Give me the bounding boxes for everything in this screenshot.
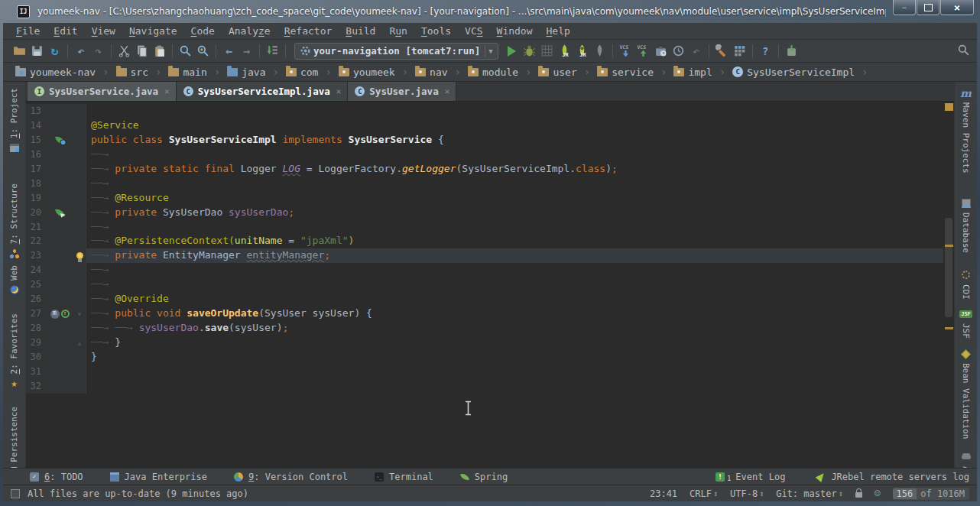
close-tab-icon[interactable]: ✕: [335, 86, 342, 96]
breadcrumb-item-main[interactable]: main: [167, 66, 208, 78]
tool-stripe-database[interactable]: Database: [961, 198, 972, 253]
warning-tick[interactable]: [945, 327, 953, 329]
code-line[interactable]: 21──→: [26, 220, 943, 235]
highlighting-level-button[interactable]: [875, 488, 881, 499]
editor[interactable]: ISysUserService.java✕CSysUserServiceImpl…: [26, 82, 954, 468]
help-icon[interactable]: ?: [757, 43, 774, 60]
replace-icon[interactable]: [194, 43, 212, 60]
code-line[interactable]: 20──→ private SysUserDao sysUserDao;: [26, 206, 943, 220]
jrebel-run-icon[interactable]: JR: [556, 43, 573, 60]
code-line[interactable]: 29──→ }: [26, 336, 943, 350]
menu-file[interactable]: File: [9, 23, 47, 39]
tool-stripe-jsf[interactable]: JSF: [961, 309, 972, 339]
line-number[interactable]: 15: [26, 133, 46, 148]
tool-stripe----favorites[interactable]: 2: Favorites: [9, 313, 20, 388]
tab-SysUser.java[interactable]: CSysUser.java✕: [348, 82, 456, 101]
line-number[interactable]: 21: [26, 220, 46, 235]
find-icon[interactable]: [177, 43, 194, 60]
toolwindow-toggle-icon[interactable]: [11, 489, 20, 498]
menu-view[interactable]: View: [85, 23, 122, 39]
menu-navigate[interactable]: Navigate: [122, 23, 184, 39]
editor-scrollbar[interactable]: [943, 102, 954, 468]
code-line[interactable]: 27──→ public void saveOrUpdate(SysUser s…: [26, 307, 943, 321]
code-line[interactable]: 31: [26, 365, 943, 379]
close-button[interactable]: [940, 0, 974, 15]
tool-stripe-persistence[interactable]: Persistence: [9, 407, 20, 468]
code-line[interactable]: 28──→ ──→ sysUserDao.save(sysUser);: [26, 321, 943, 336]
line-number[interactable]: 25: [26, 277, 46, 292]
code-line[interactable]: 25──→: [26, 277, 943, 292]
status-crlf[interactable]: CRLF↕: [690, 488, 718, 499]
sync-icon[interactable]: ↻: [46, 43, 63, 60]
toolwindow-button-terminal[interactable]: Terminal: [374, 472, 433, 482]
status-23-41[interactable]: 23:41: [650, 488, 677, 499]
status-git--master[interactable]: Git: master↕: [776, 488, 843, 499]
menu-help[interactable]: Help: [540, 23, 577, 39]
menu-analyze[interactable]: Analyze: [222, 23, 277, 39]
plugin-icon[interactable]: [783, 43, 800, 60]
line-number[interactable]: 26: [26, 292, 46, 307]
code-area[interactable]: 1314@Service15public class SysUserServic…: [26, 102, 954, 468]
back-icon[interactable]: ←: [220, 43, 238, 60]
close-tab-icon[interactable]: ✕: [443, 86, 450, 96]
paste-icon[interactable]: [151, 43, 168, 60]
tool-stripe-bean-validation[interactable]: Bean Validation: [961, 349, 972, 439]
search-everywhere-icon[interactable]: [955, 42, 972, 59]
fold-marker-icon[interactable]: [77, 307, 82, 322]
code-line[interactable]: 22──→ @PersistenceContext(unitName = "jp…: [26, 234, 943, 248]
menu-code[interactable]: Code: [184, 23, 222, 39]
toolwindow-button-jrebel-remote-servers-log[interactable]: JRebel remote servers log: [816, 472, 969, 482]
breadcrumb-item-SysUserServiceImpl[interactable]: CSysUserServiceImpl: [731, 66, 856, 78]
tool-stripe-ant[interactable]: Ant: [961, 452, 972, 468]
toolwindow-button----todo[interactable]: 6: TODO: [29, 472, 83, 482]
tab-SysUserServiceImpl.java[interactable]: CSysUserServiceImpl.java✕: [177, 82, 349, 101]
rollback-icon[interactable]: ↶: [687, 43, 705, 60]
menu-edit[interactable]: Edit: [47, 23, 84, 39]
redo-icon[interactable]: ↷: [89, 43, 107, 60]
toolwindow-button-spring[interactable]: Spring: [459, 472, 508, 482]
breadcrumb-item-impl[interactable]: impl: [672, 66, 713, 78]
toolwindow-button----version-control[interactable]: 9: Version Control: [233, 472, 348, 482]
line-number[interactable]: 18: [26, 177, 46, 191]
menu-vcs[interactable]: VCS: [458, 23, 489, 39]
line-number[interactable]: 22: [26, 234, 46, 248]
line-number[interactable]: 31: [26, 365, 46, 379]
project-structure-icon[interactable]: [731, 43, 748, 60]
debug-icon[interactable]: [521, 43, 538, 60]
code-line[interactable]: 26──→ @Override: [26, 292, 943, 307]
intention-lightbulb-icon[interactable]: [76, 252, 83, 259]
bean-method-icon[interactable]: [50, 310, 60, 319]
vcs-commit-icon[interactable]: VCS: [634, 43, 652, 60]
update-app-icon[interactable]: [264, 43, 281, 60]
maximize-button[interactable]: [917, 0, 939, 15]
menu-tools[interactable]: Tools: [414, 23, 458, 39]
code-line[interactable]: 23──→ private EntityManager entityManage…: [26, 248, 943, 263]
code-line[interactable]: 17──→ private static final Logger LOG = …: [26, 162, 943, 177]
minimize-button[interactable]: [893, 0, 916, 15]
line-number[interactable]: 28: [26, 321, 46, 336]
code-line[interactable]: 14@Service: [26, 118, 943, 133]
vcs-update-icon[interactable]: VCS: [617, 43, 634, 60]
code-line[interactable]: 24──→: [26, 263, 943, 277]
menu-window[interactable]: Window: [490, 23, 540, 39]
line-number[interactable]: 24: [26, 263, 46, 277]
local-history-icon[interactable]: [670, 43, 687, 60]
menu-refactor[interactable]: Refactor: [277, 23, 339, 39]
line-number[interactable]: 27: [26, 307, 46, 321]
coverage-icon[interactable]: [538, 43, 556, 60]
code-line[interactable]: 13: [26, 104, 943, 118]
run-icon[interactable]: [503, 43, 521, 60]
memory-indicator[interactable]: 156of 1016M: [893, 488, 969, 500]
line-number[interactable]: 20: [26, 206, 46, 220]
breadcrumb-item-nav[interactable]: nav: [414, 66, 449, 78]
autowired-dependency-icon[interactable]: [55, 208, 65, 218]
breadcrumb-item-com[interactable]: com: [284, 66, 320, 78]
copy-icon[interactable]: [133, 43, 151, 60]
line-number[interactable]: 13: [26, 104, 46, 118]
cut-icon[interactable]: [115, 43, 133, 60]
code-line[interactable]: 16──→: [26, 148, 943, 162]
code-line[interactable]: 30}: [26, 350, 943, 365]
line-number[interactable]: 14: [26, 118, 46, 133]
forward-icon[interactable]: →: [238, 43, 255, 60]
breadcrumb-item-java[interactable]: java: [226, 66, 267, 78]
